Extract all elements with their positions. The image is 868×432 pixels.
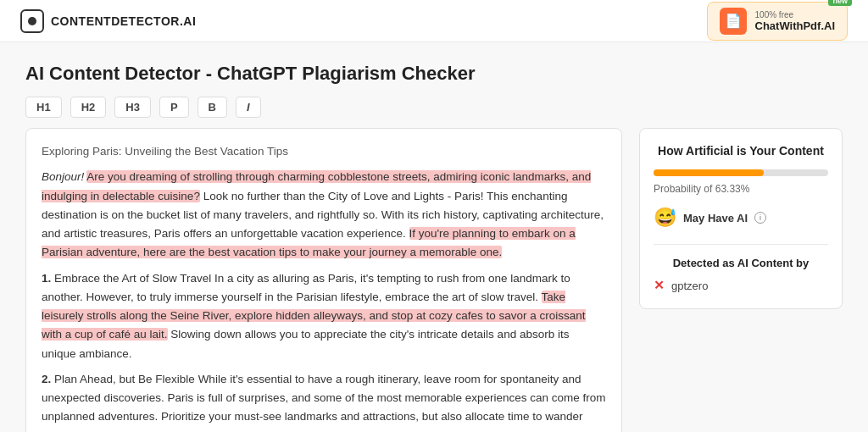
results-title: How Artificial is Your Content bbox=[654, 144, 828, 158]
logo-dot bbox=[28, 17, 36, 25]
new-badge: new bbox=[828, 0, 852, 6]
x-icon: ✕ bbox=[654, 278, 665, 293]
chat-banner-free: 100% free bbox=[755, 10, 835, 19]
highlight-2: If you're planning to embark on a Parisi… bbox=[42, 227, 576, 258]
content-row: Exploring Paris: Unveiling the Best Vaca… bbox=[25, 128, 843, 432]
ai-verdict: 😅 May Have AI i bbox=[654, 207, 828, 229]
chat-pdf-icon: 📄 bbox=[720, 8, 747, 35]
editor-panel: Exploring Paris: Unveiling the Best Vaca… bbox=[25, 128, 622, 432]
main-content: AI Content Detector - ChatGPT Plagiarism… bbox=[0, 42, 868, 432]
logo-icon bbox=[20, 9, 44, 33]
point-2-number: 2. bbox=[42, 373, 51, 385]
editor-body[interactable]: Exploring Paris: Unveiling the Best Vaca… bbox=[26, 129, 621, 432]
h3-button[interactable]: H3 bbox=[114, 97, 151, 118]
verdict-emoji: 😅 bbox=[654, 207, 676, 229]
p-button[interactable]: P bbox=[159, 97, 189, 118]
progress-bar-fill bbox=[654, 169, 764, 176]
highlight-3: Take leisurely strolls along the Seine R… bbox=[42, 291, 586, 341]
bold-button[interactable]: B bbox=[198, 97, 227, 118]
h1-button[interactable]: H1 bbox=[25, 97, 62, 118]
paragraph-2: 1. Embrace the Art of Slow Travel In a c… bbox=[42, 269, 606, 363]
verdict-text: May Have AI bbox=[683, 212, 748, 224]
logo-area: CONTENTDETECTOR.AI bbox=[20, 9, 196, 33]
point-1-number: 1. bbox=[42, 272, 51, 285]
progress-bar-bg bbox=[654, 169, 828, 176]
header: CONTENTDETECTOR.AI 📄 100% free ChatWithP… bbox=[0, 0, 868, 42]
detector-name: gptzero bbox=[671, 280, 708, 292]
detected-title: Detected as AI Content by bbox=[654, 257, 828, 269]
formatting-toolbar: H1 H2 H3 P B I bbox=[25, 97, 843, 118]
article-title: Exploring Paris: Unveiling the Best Vaca… bbox=[42, 142, 606, 161]
chat-banner-text: 100% free ChatWithPdf.AI bbox=[755, 10, 835, 32]
probability-text: Probability of 63.33% bbox=[654, 183, 828, 195]
h2-button[interactable]: H2 bbox=[70, 97, 107, 118]
chat-banner[interactable]: 📄 100% free ChatWithPdf.AI new bbox=[707, 2, 848, 41]
page-title: AI Content Detector - ChatGPT Plagiarism… bbox=[25, 63, 843, 85]
highlight-1: Are you dreaming of strolling through ch… bbox=[42, 170, 591, 202]
paragraph-3: 2. Plan Ahead, but Be Flexible While it'… bbox=[42, 370, 606, 432]
paragraph-1: Bonjour! Are you dreaming of strolling t… bbox=[42, 168, 606, 262]
info-icon[interactable]: i bbox=[754, 212, 766, 224]
italic-button[interactable]: I bbox=[236, 97, 261, 118]
detector-item: ✕ gptzero bbox=[654, 278, 828, 293]
divider bbox=[654, 244, 828, 245]
bonjour-text: Bonjour! bbox=[42, 170, 84, 183]
logo-text: CONTENTDETECTOR.AI bbox=[51, 14, 196, 28]
results-panel: How Artificial is Your Content Probabili… bbox=[639, 128, 843, 309]
chat-banner-name: ChatWithPdf.AI bbox=[755, 19, 835, 32]
